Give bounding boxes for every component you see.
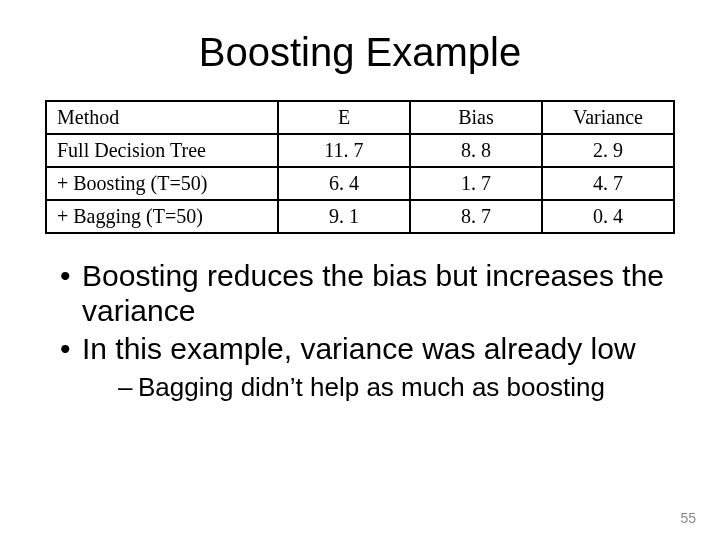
col-header-variance: Variance xyxy=(542,101,674,134)
cell-bias: 8. 7 xyxy=(410,200,542,233)
cell-variance: 4. 7 xyxy=(542,167,674,200)
cell-e: 9. 1 xyxy=(278,200,410,233)
cell-e: 6. 4 xyxy=(278,167,410,200)
bullet-text: In this example, variance was already lo… xyxy=(82,332,636,365)
bullet-item: Boosting reduces the bias but increases … xyxy=(60,259,680,328)
cell-bias: 1. 7 xyxy=(410,167,542,200)
cell-variance: 2. 9 xyxy=(542,134,674,167)
table-row: Full Decision Tree 11. 7 8. 8 2. 9 xyxy=(46,134,674,167)
bullet-item: In this example, variance was already lo… xyxy=(60,332,680,402)
results-table: Method E Bias Variance Full Decision Tre… xyxy=(45,100,675,234)
cell-method: Full Decision Tree xyxy=(46,134,278,167)
table-row: + Boosting (T=50) 6. 4 1. 7 4. 7 xyxy=(46,167,674,200)
col-header-e: E xyxy=(278,101,410,134)
table-row: + Bagging (T=50) 9. 1 8. 7 0. 4 xyxy=(46,200,674,233)
cell-bias: 8. 8 xyxy=(410,134,542,167)
cell-method: + Boosting (T=50) xyxy=(46,167,278,200)
sub-bullet-list: Bagging didn’t help as much as boosting xyxy=(82,373,680,403)
table-header-row: Method E Bias Variance xyxy=(46,101,674,134)
cell-e: 11. 7 xyxy=(278,134,410,167)
page-number: 55 xyxy=(680,510,696,526)
slide-title: Boosting Example xyxy=(40,30,680,75)
col-header-method: Method xyxy=(46,101,278,134)
slide: Boosting Example Method E Bias Variance … xyxy=(0,0,720,540)
cell-variance: 0. 4 xyxy=(542,200,674,233)
sub-bullet-item: Bagging didn’t help as much as boosting xyxy=(118,373,680,403)
cell-method: + Bagging (T=50) xyxy=(46,200,278,233)
bullet-list: Boosting reduces the bias but increases … xyxy=(40,259,680,402)
col-header-bias: Bias xyxy=(410,101,542,134)
